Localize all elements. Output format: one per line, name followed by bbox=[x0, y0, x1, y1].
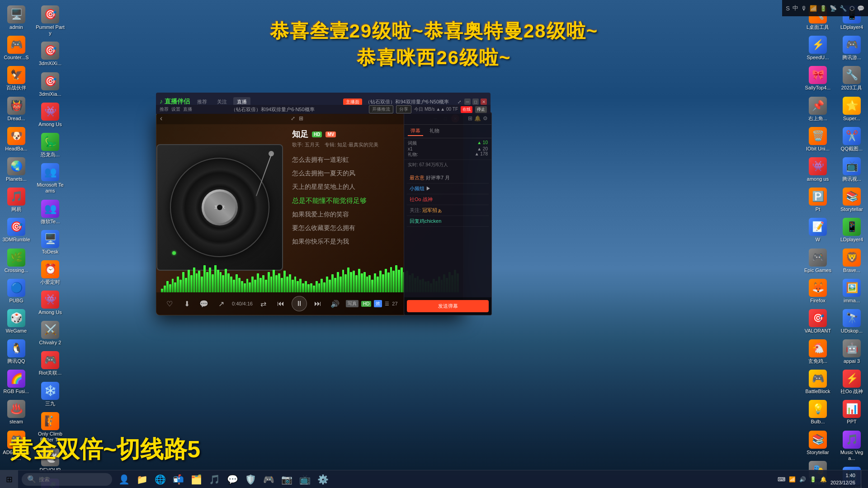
icon-firefox[interactable]: 🦊 Firefox bbox=[802, 277, 834, 305]
icon-3dmxixi[interactable]: 🎯 3dmXiXi... bbox=[34, 40, 66, 68]
icon-qq-capture[interactable]: ✂️ QQ截图... bbox=[835, 125, 868, 154]
icon-iobit[interactable]: 🗑️ IObit Uni... bbox=[802, 125, 834, 154]
icon-corner[interactable]: 📌 右上角... bbox=[802, 95, 834, 123]
tray-icon1[interactable]: 📶 bbox=[810, 5, 817, 12]
icon-super[interactable]: ⭐ Super... bbox=[835, 95, 868, 123]
download-btn[interactable]: ⬇ bbox=[180, 297, 193, 310]
taskbar-icon-user[interactable]: 👤 bbox=[116, 471, 132, 488]
icon-qq[interactable]: 🐧 腾讯QQ bbox=[0, 338, 33, 366]
icon-counterSS[interactable]: 🎮 Counter...S bbox=[0, 34, 33, 62]
tray-network[interactable]: 📶 bbox=[789, 476, 796, 483]
comment-btn[interactable]: 💬 bbox=[198, 297, 210, 310]
icon-udskop[interactable]: 🔭 UDskop... bbox=[835, 307, 868, 336]
icon-among-among[interactable]: 👾 among us bbox=[802, 155, 834, 184]
send-barrage-btn[interactable]: 发送弹幕 bbox=[407, 300, 489, 312]
icon-appai[interactable]: 🤖 appai 3 bbox=[835, 338, 868, 366]
taskbar-icon-shield[interactable]: 🛡️ bbox=[242, 471, 259, 488]
player-back-btn[interactable]: ‹ bbox=[160, 114, 162, 122]
list-icon[interactable]: ☰ bbox=[385, 301, 389, 307]
tray-icon3[interactable]: 📡 bbox=[830, 5, 837, 12]
taskbar-icon-video[interactable]: 📺 bbox=[297, 471, 313, 488]
icon-among-us[interactable]: 👾 Among Us bbox=[34, 101, 66, 129]
tray-battery[interactable]: 🔋 bbox=[810, 476, 816, 483]
stream-max-btn[interactable]: □ bbox=[472, 99, 479, 105]
icon-crossing[interactable]: 🌿 Crossing... bbox=[0, 247, 33, 275]
header-ctrl2[interactable]: ⊞ bbox=[299, 115, 303, 122]
sougou-icon[interactable]: S bbox=[786, 5, 790, 12]
share-btn[interactable]: ↗ bbox=[215, 297, 227, 310]
stream-close-btn[interactable]: ✕ bbox=[481, 99, 487, 105]
icon-wyy[interactable]: 🎵 网易 bbox=[0, 186, 33, 214]
taskbar-icon-settings[interactable]: ⚙️ bbox=[315, 471, 331, 488]
tray-bell[interactable]: 🔔 bbox=[820, 476, 827, 483]
stream-expand-btn[interactable]: ⤢ bbox=[456, 99, 462, 105]
taskbar-icon-game[interactable]: 🎮 bbox=[260, 471, 277, 488]
taskbar-icon-chrome[interactable]: 🌐 bbox=[152, 471, 168, 488]
taskbar-icon-files[interactable]: 📁 bbox=[134, 471, 150, 488]
prev-btn[interactable]: ⏮ bbox=[274, 297, 287, 310]
icon-xiao-ai[interactable]: ⏰ 小爱定时 bbox=[34, 258, 66, 287]
icon-imma[interactable]: 🖼️ imma... bbox=[835, 277, 868, 305]
icon-3dmrumble[interactable]: 🎯 3DMRumble bbox=[0, 216, 33, 244]
stream-min-btn[interactable]: ─ bbox=[464, 99, 471, 105]
icon-admin[interactable]: 🖥️ admin bbox=[0, 4, 33, 32]
icon-ad64[interactable]: 🎮 AD64 ExtFune... bbox=[0, 429, 33, 463]
icon-todesk[interactable]: 🖥️ ToDesk bbox=[34, 228, 66, 257]
icon-2023tools[interactable]: 🔧 2023工具 bbox=[835, 64, 868, 93]
icon-steam[interactable]: ♨️ steam bbox=[0, 398, 33, 427]
icon-ldplayer2[interactable]: 📱 LDplayer4 bbox=[835, 216, 868, 244]
icon-among-us2[interactable]: 👾 Among Us bbox=[34, 289, 66, 317]
tab-gifts[interactable]: 礼物 bbox=[427, 127, 442, 136]
icon-bulb[interactable]: 💡 Bulb... bbox=[802, 398, 834, 427]
next-btn[interactable]: ⏭ bbox=[311, 297, 324, 310]
heart-btn[interactable]: ♡ bbox=[163, 297, 176, 310]
tray-volume[interactable]: 🔊 bbox=[799, 476, 806, 483]
icon-chivalry[interactable]: ⚔️ Chivalry 2 bbox=[34, 319, 66, 347]
icon-music-vega[interactable]: 🎵 Music Vega... bbox=[835, 429, 868, 463]
icon-dread[interactable]: 👹 Dread... bbox=[0, 95, 33, 123]
panel-icon2[interactable]: 🔔 bbox=[474, 115, 481, 122]
icon-word[interactable]: 📝 W bbox=[802, 216, 834, 244]
header-ctrl1[interactable]: ⤢ bbox=[291, 115, 295, 122]
icon-pump[interactable]: 🎯 Pummel Party bbox=[34, 4, 66, 38]
icon-3dmixi[interactable]: 🎯 3dmiXia... bbox=[34, 70, 66, 99]
search-input[interactable] bbox=[39, 476, 102, 483]
tab-barrage[interactable]: 弹幕 bbox=[408, 127, 423, 136]
icon-ms-teams[interactable]: 👥 微软Te... bbox=[34, 198, 66, 226]
taskbar-icon-mail[interactable]: 📬 bbox=[170, 471, 186, 488]
tray-icon2[interactable]: 🔋 bbox=[820, 5, 827, 12]
icon-valorant[interactable]: 🎯 VALORANT bbox=[802, 307, 834, 336]
ime-icon[interactable]: 中 bbox=[793, 4, 798, 12]
tray-icon6[interactable]: 💬 bbox=[857, 5, 864, 12]
icon-dino[interactable]: 🦕 恐龙岛... bbox=[34, 131, 66, 160]
start-button[interactable]: ⊞ bbox=[0, 470, 18, 488]
icon-ppt[interactable]: 📊 PPT bbox=[835, 398, 868, 427]
shuffle-btn[interactable]: ⇄ bbox=[257, 297, 270, 310]
taskbar-search[interactable]: 🔍 bbox=[22, 473, 112, 486]
icon-wegame[interactable]: 🎲 WeGame bbox=[0, 307, 33, 336]
taskbar-icon-music[interactable]: 🎵 bbox=[206, 471, 222, 488]
icon-epicgames[interactable]: 🎮 Epic Games bbox=[802, 247, 834, 275]
icon-companion[interactable]: 🦅 百战伙伴 bbox=[0, 64, 33, 93]
play-pause-btn[interactable]: ⏸ bbox=[292, 296, 307, 311]
taskbar-icon-camera[interactable]: 📷 bbox=[278, 471, 295, 488]
icon-only-climb[interactable]: 🧗 Only Climb Better To bbox=[34, 410, 66, 445]
icon-sally[interactable]: 🎀 SallyTop4... bbox=[802, 64, 834, 93]
taskbar-icon-chat[interactable]: 💬 bbox=[224, 471, 241, 488]
panel-icon3[interactable]: ⚙ bbox=[483, 115, 488, 122]
icon-social[interactable]: ⚡ 社Oo 战神 bbox=[835, 368, 868, 396]
mic-icon[interactable]: 🎙 bbox=[801, 5, 807, 12]
panel-icon1[interactable]: ⊞ bbox=[468, 115, 472, 122]
icon-storytellar2[interactable]: 📚 Storytellar bbox=[802, 429, 834, 457]
icon-headband[interactable]: 🐶 HeadBa... bbox=[0, 125, 33, 154]
icon-brave[interactable]: 🦁 Brave... bbox=[835, 247, 868, 275]
icon-pt[interactable]: 🅿️ Pt bbox=[802, 186, 834, 214]
icon-planets[interactable]: 🌏 Planets... bbox=[0, 155, 33, 184]
taskbar-icon-explorer[interactable]: 🗂️ bbox=[188, 471, 204, 488]
icon-tencent-games[interactable]: 🎮 腾讯游... bbox=[835, 34, 868, 62]
icon-teams[interactable]: 👥 Microsoft Teams bbox=[34, 161, 66, 196]
icon-riot[interactable]: 🎮 Riot关联... bbox=[34, 349, 66, 378]
icon-chicken[interactable]: 🐔 玄免鸡... bbox=[802, 338, 834, 366]
icon-storytellar[interactable]: 📚 Storytellar bbox=[835, 186, 868, 214]
tray-icon4[interactable]: 🔧 bbox=[840, 5, 847, 12]
